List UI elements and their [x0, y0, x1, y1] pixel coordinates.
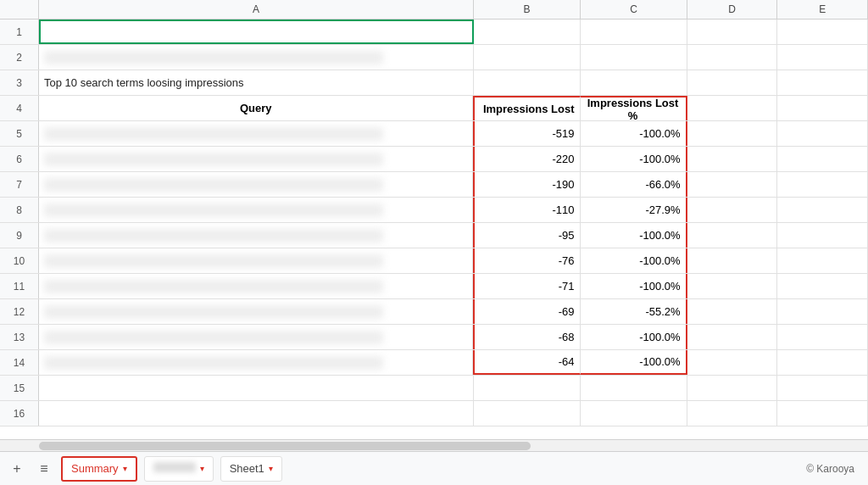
cell-d8[interactable]: [687, 198, 778, 222]
cell-a11[interactable]: [39, 274, 473, 298]
cell-c7[interactable]: -66.0%: [581, 172, 687, 197]
col-header-b[interactable]: B: [474, 0, 581, 19]
cell-a2[interactable]: [39, 45, 474, 70]
cell-b12[interactable]: -69: [473, 299, 580, 324]
cell-b8[interactable]: -110: [473, 198, 580, 222]
scrollbar-thumb[interactable]: [39, 442, 531, 450]
cell-c6[interactable]: -100.0%: [581, 147, 687, 171]
cell-b9[interactable]: -95: [473, 223, 580, 248]
col-query-header[interactable]: Query: [39, 96, 473, 120]
cell-c11[interactable]: -100.0%: [581, 274, 687, 298]
cell-e11[interactable]: [777, 274, 868, 298]
cell-c15[interactable]: [581, 376, 687, 400]
cell-d16[interactable]: [687, 401, 778, 426]
chevron-down-icon: ▾: [123, 464, 127, 473]
cell-a8[interactable]: [39, 198, 473, 222]
cell-d4[interactable]: [687, 96, 778, 120]
cell-a12[interactable]: [39, 299, 473, 324]
cell-d5[interactable]: [687, 121, 778, 146]
col-header-c[interactable]: C: [581, 0, 687, 19]
cell-b11[interactable]: -71: [473, 274, 580, 298]
cell-b2[interactable]: [474, 45, 581, 70]
horizontal-scrollbar[interactable]: [0, 439, 868, 451]
cell-c13[interactable]: -100.0%: [581, 325, 687, 349]
cell-c5[interactable]: -100.0%: [581, 121, 687, 146]
cell-b15[interactable]: [474, 376, 581, 400]
cell-b13[interactable]: -68: [473, 325, 580, 349]
cell-e7[interactable]: [777, 172, 868, 197]
cell-d6[interactable]: [687, 147, 778, 171]
row-num-12: 12: [0, 299, 39, 324]
sheet-list-button[interactable]: ≡: [34, 459, 54, 479]
add-sheet-button[interactable]: +: [7, 459, 27, 479]
col-impressions-lost-pct-header[interactable]: Impressions Lost %: [581, 96, 687, 120]
cell-a10[interactable]: [39, 248, 473, 273]
cell-a16[interactable]: [39, 401, 474, 426]
cell-c14[interactable]: -100.0%: [581, 350, 687, 375]
col-header-d[interactable]: D: [687, 0, 778, 19]
cell-c3[interactable]: [581, 70, 687, 95]
cell-b7[interactable]: -190: [473, 172, 580, 197]
cell-d9[interactable]: [687, 223, 778, 248]
tab-summary[interactable]: Summary ▾: [61, 456, 137, 482]
col-impressions-lost-header[interactable]: Impressions Lost: [473, 96, 580, 120]
cell-c12[interactable]: -55.2%: [581, 299, 687, 324]
cell-b3[interactable]: [474, 70, 581, 95]
cell-e12[interactable]: [777, 299, 868, 324]
cell-e1[interactable]: [777, 20, 868, 44]
cell-d3[interactable]: [687, 70, 778, 95]
cell-e5[interactable]: [777, 121, 868, 146]
cell-e16[interactable]: [777, 401, 868, 426]
cell-d10[interactable]: [687, 248, 778, 273]
cell-a15[interactable]: [39, 376, 474, 400]
tab-sheet2[interactable]: ▾: [144, 456, 214, 482]
cell-a9[interactable]: [39, 223, 473, 248]
tab-sheet1[interactable]: Sheet1 ▾: [220, 456, 282, 482]
cell-b10[interactable]: -76: [473, 248, 580, 273]
cell-e8[interactable]: [777, 198, 868, 222]
cell-c2[interactable]: [581, 45, 687, 70]
table-row: 6 -220 -100.0%: [0, 147, 868, 172]
cell-c8[interactable]: -27.9%: [581, 198, 687, 222]
cell-b5[interactable]: -519: [473, 121, 580, 146]
row-num-16: 16: [0, 401, 39, 426]
blurred-content: [44, 280, 383, 293]
cell-a14[interactable]: [39, 350, 473, 375]
cell-a5[interactable]: [39, 121, 473, 146]
cell-d14[interactable]: [687, 350, 778, 375]
cell-a13[interactable]: [39, 325, 473, 349]
cell-a6[interactable]: [39, 147, 473, 171]
col-header-e[interactable]: E: [777, 0, 868, 19]
col-header-a[interactable]: A: [39, 0, 474, 19]
cell-e6[interactable]: [777, 147, 868, 171]
cell-e2[interactable]: [777, 45, 868, 70]
cell-d1[interactable]: [687, 20, 778, 44]
cell-c16[interactable]: [581, 401, 687, 426]
cell-c9[interactable]: -100.0%: [581, 223, 687, 248]
cell-e15[interactable]: [777, 376, 868, 400]
cell-a1[interactable]: [39, 20, 474, 44]
cell-a7[interactable]: [39, 172, 473, 197]
cell-e3[interactable]: [777, 70, 868, 95]
cell-b1[interactable]: [474, 20, 581, 44]
cell-d7[interactable]: [687, 172, 778, 197]
table-row: 4 Query Impressions Lost Impressions Los…: [0, 96, 868, 121]
cell-e4[interactable]: [777, 96, 868, 120]
cell-e14[interactable]: [777, 350, 868, 375]
cell-d2[interactable]: [687, 45, 778, 70]
cell-b14[interactable]: -64: [473, 350, 580, 375]
cell-e10[interactable]: [777, 248, 868, 273]
karooya-label: © Karooya: [806, 463, 854, 475]
table-row: 16: [0, 401, 868, 426]
cell-c10[interactable]: -100.0%: [581, 248, 687, 273]
cell-b16[interactable]: [474, 401, 581, 426]
cell-d12[interactable]: [687, 299, 778, 324]
cell-c1[interactable]: [581, 20, 687, 44]
cell-b6[interactable]: -220: [473, 147, 580, 171]
cell-d11[interactable]: [687, 274, 778, 298]
cell-e9[interactable]: [777, 223, 868, 248]
cell-d13[interactable]: [687, 325, 778, 349]
cell-e13[interactable]: [777, 325, 868, 349]
cell-d15[interactable]: [687, 376, 778, 400]
section-title-cell[interactable]: Top 10 search terms loosing impressions: [39, 70, 474, 95]
